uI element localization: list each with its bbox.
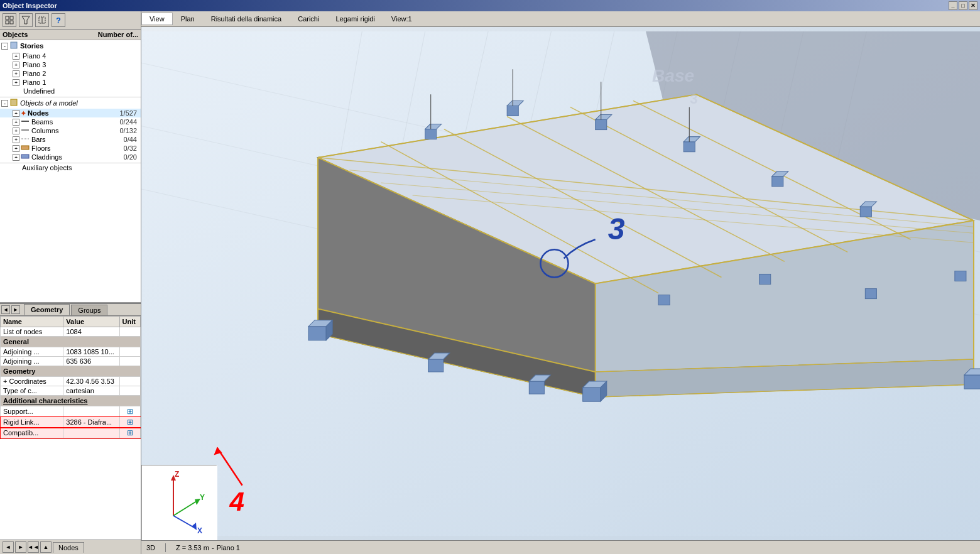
expand-beams[interactable]: +	[13, 119, 19, 126]
tree-item-piano1[interactable]: + Piano 1	[0, 78, 141, 87]
svg-rect-61	[428, 359, 444, 372]
expand-stories[interactable]: -	[1, 43, 8, 50]
expand-claddings[interactable]: +	[13, 154, 19, 161]
stories-icon	[9, 41, 18, 51]
tab-nav-arrows: ◄ ►	[0, 304, 21, 315]
tree-item-objects-model[interactable]: - Objects of a model	[0, 97, 141, 109]
svg-text:Y: Y	[200, 493, 205, 502]
tree-item-beams[interactable]: + Beams 0/244	[0, 117, 141, 126]
svg-text:3: 3	[608, 212, 625, 246]
svg-rect-69	[596, 120, 607, 130]
beams-count: 0/244	[119, 118, 137, 126]
expand-columns[interactable]: +	[13, 128, 19, 134]
adjoining-row-1: Adjoining ... 1083 1085 10...	[1, 347, 141, 357]
tree-item-nodes[interactable]: + ✦ Nodes 1/527	[0, 109, 141, 117]
tab-next[interactable]: ►	[11, 305, 20, 314]
columns-count: 0/132	[119, 127, 137, 134]
objects-label: Objects	[3, 31, 28, 38]
toolbar-btn-help[interactable]: ?	[52, 13, 65, 27]
nav-btn-2[interactable]: ►	[15, 541, 26, 553]
tree-item-floors[interactable]: + Floors 0/32	[0, 144, 141, 153]
geometry-header: Geometry	[1, 366, 141, 377]
toolbar-btn-filter[interactable]	[19, 13, 33, 27]
coords-name: + Coordinates	[1, 377, 63, 386]
support-icon[interactable]: ⊞	[119, 406, 140, 417]
menu-legami[interactable]: Legami rigidi	[327, 13, 383, 25]
expand-objects-model[interactable]: -	[1, 100, 8, 107]
expand-floors[interactable]: +	[13, 145, 19, 152]
columns-icon	[21, 127, 30, 134]
menu-risultati[interactable]: Risultati della dinamica	[203, 13, 290, 25]
props-table: Name Value Unit List of nodes 1084	[0, 316, 141, 540]
adj1-value: 1083 1085 10...	[63, 347, 119, 357]
section-geometry: Geometry	[1, 366, 141, 377]
toolbar-btn-select[interactable]	[35, 13, 49, 27]
minimize-btn[interactable]: _	[949, 1, 957, 10]
list-of-nodes-row: List of nodes 1084	[1, 327, 141, 337]
type-name: Type of c...	[1, 386, 63, 396]
adjoining-row-2: Adjoining ... 635 636	[1, 357, 141, 366]
compatib-value	[63, 428, 119, 438]
expand-bars[interactable]: +	[13, 136, 19, 143]
svg-rect-63	[529, 381, 544, 394]
svg-marker-4	[22, 16, 30, 24]
tab-prev[interactable]: ◄	[1, 305, 10, 314]
expand-piano4[interactable]: +	[13, 53, 19, 60]
expand-piano3[interactable]: +	[13, 62, 19, 68]
tree-item-columns[interactable]: + Columns 0/132	[0, 126, 141, 135]
node-nav: ◄ ► ◄◄ ▲ Nodes	[0, 540, 141, 554]
nav-btn-3[interactable]: ◄◄	[28, 541, 39, 553]
menu-view1[interactable]: View:1	[383, 13, 420, 25]
menu-carichi[interactable]: Carichi	[290, 13, 327, 25]
list-nodes-value: 1084	[63, 327, 119, 337]
col-value: Value	[63, 317, 119, 327]
menu-view[interactable]: View	[141, 13, 173, 25]
floors-icon	[21, 144, 30, 152]
menu-plan[interactable]: Plan	[173, 13, 203, 25]
title-bar: Object Inspector _ □ ✕	[0, 0, 980, 11]
rigid-value: 3286 - Diafra...	[63, 417, 119, 428]
tree-item-piano2[interactable]: + Piano 2	[0, 69, 141, 78]
bars-count: 0/44	[124, 136, 137, 143]
tree-item-stories[interactable]: - Stories	[0, 40, 141, 52]
tree-item-auxiliary[interactable]: Auxiliary objects	[0, 163, 141, 172]
title-bar-buttons[interactable]: _ □ ✕	[949, 1, 977, 10]
tree-item-piano4[interactable]: + Piano 4	[0, 52, 141, 60]
dash-separator: -	[212, 544, 214, 551]
adj1-name: Adjoining ...	[1, 347, 63, 357]
viewport[interactable]: Base 3 3 Z	[141, 27, 980, 540]
undefined-label: Undefined	[23, 87, 55, 95]
main-layout: ? Objects Number of... - Stories + Piano…	[0, 11, 980, 554]
columns-label: Columns	[31, 127, 119, 134]
elevation-label: Z = 3.53 m	[176, 544, 209, 551]
tree-item-bars[interactable]: + Bars 0/44	[0, 135, 141, 144]
tree-item-claddings[interactable]: + Claddings 0/20	[0, 153, 141, 161]
right-area: View Plan Risultati della dinamica Caric…	[141, 11, 980, 554]
compatib-icon[interactable]: ⊞	[119, 428, 140, 438]
expand-nodes[interactable]: +	[13, 110, 19, 117]
stories-label: Stories	[20, 42, 43, 50]
mini-viewport: Z Y X	[141, 465, 217, 540]
piano3-label: Piano 3	[23, 61, 46, 68]
tree-item-piano3[interactable]: + Piano 3	[0, 60, 141, 69]
bars-icon	[21, 136, 30, 143]
tree-item-undefined[interactable]: Undefined	[0, 87, 141, 95]
support-row: Support... ⊞	[1, 406, 141, 417]
expand-piano2[interactable]: +	[13, 70, 19, 77]
left-panel: ? Objects Number of... - Stories + Piano…	[0, 11, 141, 554]
toolbar-btn-grid[interactable]	[3, 13, 16, 27]
nav-btn-1[interactable]: ◄	[3, 541, 14, 553]
rigid-icon[interactable]: ⊞	[119, 417, 140, 428]
tab-geometry[interactable]: Geometry	[24, 304, 70, 315]
additional-header: Additional characteristics	[1, 396, 141, 406]
bottom-panel: ◄ ► Geometry Groups Name Value Unit	[0, 303, 141, 554]
tab-groups[interactable]: Groups	[71, 305, 107, 315]
expand-piano1[interactable]: +	[13, 79, 19, 86]
tabs-row: ◄ ► Geometry Groups	[0, 304, 141, 316]
maximize-btn[interactable]: □	[959, 1, 967, 10]
svg-rect-3	[10, 21, 13, 24]
nav-btn-4[interactable]: ▲	[40, 541, 52, 553]
nodes-icon: ✦	[21, 110, 26, 117]
claddings-count: 0/20	[124, 153, 137, 161]
close-btn[interactable]: ✕	[969, 1, 977, 10]
